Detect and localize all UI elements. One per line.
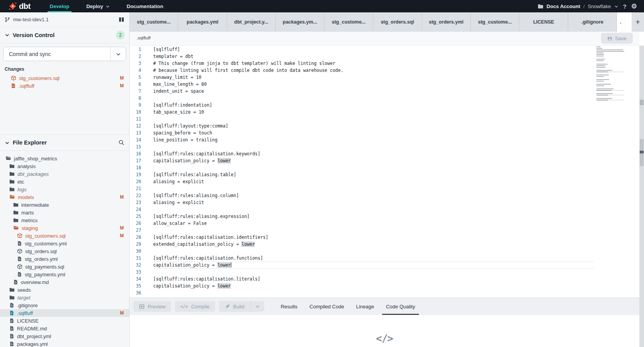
tree-item[interactable]: stagingM <box>0 224 129 232</box>
code-line[interactable]: 35capitalisation_policy = lower <box>130 282 639 289</box>
code-line[interactable]: 29extended_capitalisation_policy = lower <box>130 241 639 248</box>
editor-tab[interactable]: .gitignore <box>568 12 617 32</box>
tree-item[interactable]: stg_payments.sql <box>0 263 129 270</box>
code-line[interactable]: 10tab_space_size = 10 <box>130 109 639 116</box>
code-line[interactable]: 12[sqlfluff:layout:type:comma] <box>130 122 639 129</box>
code-line[interactable]: 30 <box>130 248 639 255</box>
dbt-logo[interactable]: dbt <box>9 0 31 12</box>
code-line[interactable]: 22[sqlfluff:rules:aliasing.column] <box>130 192 639 199</box>
preview-button[interactable]: Preview <box>133 301 171 312</box>
tree-item[interactable]: overview.md <box>0 278 129 286</box>
tree-item[interactable]: dbt_packages <box>0 170 129 178</box>
compile-button[interactable]: </>Compile <box>175 301 215 312</box>
code-line[interactable]: 20aliasing = explicit <box>130 178 639 185</box>
code-line[interactable]: 34[sqlfluff:rules:capitalisation.literal… <box>130 276 639 282</box>
code-line[interactable]: 23aliasing = explicit <box>130 199 639 206</box>
tree-item[interactable]: stg_orders.yml <box>0 255 129 263</box>
nav-item-deploy[interactable]: Deploy <box>84 0 112 12</box>
build-options-toggle[interactable] <box>251 301 264 312</box>
tree-item[interactable]: jaffle_shop_metrics <box>0 155 129 162</box>
help-icon[interactable]: ? <box>623 3 627 10</box>
code-line[interactable]: 18 <box>130 164 639 171</box>
build-button[interactable]: Build <box>219 301 264 312</box>
code-line[interactable]: 7indent_unit = space <box>130 88 639 95</box>
code-line[interactable]: 14line_position = trailing <box>130 136 639 143</box>
account-switcher[interactable]: Docs Account / Snowflake <box>538 3 618 9</box>
panel-layout-icon[interactable] <box>118 17 125 22</box>
tree-item[interactable]: modelsM <box>0 193 129 201</box>
tree-item[interactable]: stg_customers.yml <box>0 240 129 247</box>
code-line[interactable]: 6max_line_length = 80 <box>130 81 639 88</box>
vertical-scrollbar[interactable] <box>639 46 644 347</box>
code-line[interactable]: 3# This change (from jinja to dbt templa… <box>130 60 639 67</box>
tree-item[interactable]: .gitignore <box>0 301 129 309</box>
search-icon[interactable] <box>118 139 125 146</box>
code-line[interactable]: 28[sqlfluff:rules:capitalisation.identif… <box>130 234 639 241</box>
tree-item[interactable]: target <box>0 294 129 301</box>
code-line[interactable]: 2templater = dbt <box>130 53 639 60</box>
code-line[interactable]: 31[sqlfluff:rules:capitalisation.functio… <box>130 255 639 262</box>
tree-item[interactable]: marts <box>0 209 129 216</box>
tree-item[interactable]: seeds <box>0 286 129 294</box>
code-line[interactable]: 36 <box>130 289 639 296</box>
tree-item[interactable]: dbt_project.yml <box>0 332 129 340</box>
changed-file[interactable]: .sqlfluffM <box>0 82 129 90</box>
code-line[interactable]: 26allow_scalar = False <box>130 220 639 227</box>
code-line[interactable]: 25[sqlfluff:rules:aliasing.expression] <box>130 213 639 220</box>
code-editor[interactable]: 1[sqlfluff]2templater = dbt3# This chang… <box>130 46 639 298</box>
tree-item[interactable]: metrics <box>0 216 129 224</box>
tree-item[interactable]: stg_orders.sql <box>0 247 129 255</box>
changed-file[interactable]: stg_customers.sqlM <box>0 74 129 82</box>
commit-options-toggle[interactable] <box>110 47 126 61</box>
gear-icon[interactable]: ⚙ <box>631 2 637 10</box>
code-line[interactable]: 13spacing_before = touch <box>130 129 639 136</box>
code-line[interactable]: 5runaway_limit = 10 <box>130 74 639 81</box>
editor-tab[interactable]: stg_orders.sql <box>373 12 422 32</box>
editor-tab[interactable]: packages.ym... <box>276 12 325 32</box>
panel-tab-code-quality[interactable]: Code Quality <box>386 298 415 315</box>
editor-tab[interactable]: stg_custome... <box>325 12 373 32</box>
editor-tab[interactable]: stg_orders.yml <box>422 12 471 32</box>
code-line[interactable]: 21 <box>130 185 639 192</box>
tree-item[interactable]: packages.yml <box>0 340 129 347</box>
branch-row[interactable]: mw-test-idev1.1 <box>0 12 129 27</box>
code-line[interactable]: 17capitalisation_policy = lower <box>130 157 639 164</box>
editor-tab[interactable]: stg_custome... <box>130 12 178 32</box>
nav-item-develop[interactable]: Develop <box>48 0 72 12</box>
tree-item[interactable]: stg_payments.yml <box>0 270 129 278</box>
tree-item[interactable]: intermediate <box>0 201 129 209</box>
editor-tab[interactable]: LICENSE <box>519 12 568 32</box>
code-line[interactable]: 16[sqlfluff:rules:capitalisation.keyword… <box>130 150 639 157</box>
code-line[interactable]: 27 <box>130 227 639 234</box>
editor-tab[interactable]: packages.yml <box>178 12 227 32</box>
tree-item[interactable]: analysis <box>0 162 129 170</box>
editor-tab[interactable]: stg_custome... <box>471 12 519 32</box>
panel-tab-lineage[interactable]: Lineage <box>356 298 374 315</box>
panel-tab-compiled-code[interactable]: Compiled Code <box>309 298 344 315</box>
code-line[interactable]: 9[sqlfluff:indentation] <box>130 102 639 109</box>
tree-item[interactable]: LICENSE <box>0 317 129 325</box>
code-line[interactable]: 24 <box>130 206 639 213</box>
tree-item[interactable]: etc <box>0 178 129 185</box>
save-button[interactable]: Save <box>601 33 633 44</box>
code-line[interactable]: 1[sqlfluff] <box>130 46 639 53</box>
code-line[interactable]: 15 <box>130 143 639 150</box>
file-explorer-header[interactable]: File Explorer <box>0 134 129 151</box>
tree-item[interactable]: .sqlfluffM <box>0 309 129 317</box>
version-control-header[interactable]: Version Control 2 <box>0 27 129 43</box>
code-line[interactable]: 8 <box>130 95 639 102</box>
tree-item[interactable]: logs <box>0 185 129 193</box>
code-line[interactable]: 11 <box>130 116 639 122</box>
editor-tab[interactable]: dbt_project.y... <box>227 12 276 32</box>
nav-item-documentation[interactable]: Documentation <box>125 0 166 12</box>
minimap[interactable] <box>596 46 624 103</box>
tab-sqlfluff-partial[interactable]: . <box>617 12 632 32</box>
code-line[interactable]: 4# because linting will first compile db… <box>130 67 639 74</box>
code-line[interactable]: 32capitalisation_policy = lower <box>130 262 639 269</box>
panel-tab-results[interactable]: Results <box>281 298 297 315</box>
tree-item[interactable]: stg_customers.sqlM <box>0 232 129 240</box>
new-tab-button[interactable]: + <box>632 12 644 32</box>
tree-item[interactable]: README.md <box>0 325 129 332</box>
code-line[interactable]: 33 <box>130 269 639 276</box>
code-line[interactable]: 19[sqlfluff:rules:aliasing.table] <box>130 171 639 178</box>
